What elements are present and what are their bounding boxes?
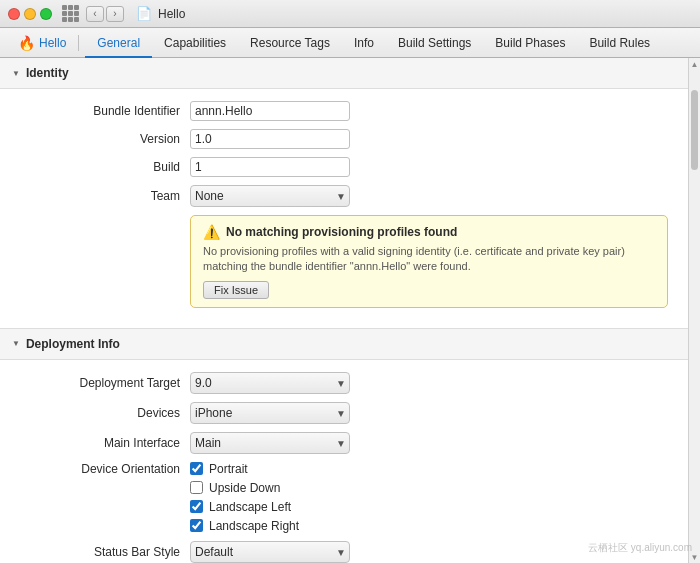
tab-build-rules[interactable]: Build Rules (577, 28, 662, 58)
landscape-right-label: Landscape Right (209, 519, 299, 533)
warning-title-text: No matching provisioning profiles found (226, 225, 457, 239)
version-input[interactable] (190, 129, 350, 149)
team-row: Team None ▼ (0, 185, 688, 207)
portrait-checkbox[interactable] (190, 462, 203, 475)
portrait-row[interactable]: Portrait (190, 462, 299, 476)
deployment-section-content: Deployment Target 9.0 ▼ Devices iPhone ▼ (0, 360, 688, 563)
status-bar-style-row: Status Bar Style Default ▼ (0, 541, 688, 563)
identity-collapse-icon[interactable]: ▼ (12, 69, 20, 78)
project-label: Hello (39, 36, 66, 50)
tab-divider (78, 35, 79, 51)
upside-down-row[interactable]: Upside Down (190, 481, 299, 495)
deployment-target-row: Deployment Target 9.0 ▼ (0, 372, 688, 394)
portrait-label: Portrait (209, 462, 248, 476)
deployment-collapse-icon[interactable]: ▼ (12, 339, 20, 348)
scroll-track (689, 70, 700, 551)
scrollbar[interactable]: ▲ ▼ (688, 58, 700, 563)
identity-section-content: Bundle Identifier Version Build Team Non… (0, 89, 688, 329)
devices-select-wrap: iPhone ▼ (190, 402, 350, 424)
status-bar-style-select[interactable]: Default (190, 541, 350, 563)
window-title: Hello (158, 7, 185, 21)
devices-row: Devices iPhone ▼ (0, 402, 688, 424)
tabs-container: General Capabilities Resource Tags Info … (85, 28, 662, 58)
upside-down-checkbox[interactable] (190, 481, 203, 494)
title-bar: ‹ › 📄 Hello (0, 0, 700, 28)
maximize-button[interactable] (40, 8, 52, 20)
team-label: Team (20, 189, 180, 203)
landscape-right-checkbox[interactable] (190, 519, 203, 532)
close-button[interactable] (8, 8, 20, 20)
deployment-target-label: Deployment Target (20, 376, 180, 390)
build-row: Build (0, 157, 688, 177)
window-controls (8, 8, 52, 20)
upside-down-label: Upside Down (209, 481, 280, 495)
device-orientation-label: Device Orientation (20, 462, 180, 476)
main-interface-select-wrap: Main ▼ (190, 432, 350, 454)
main-interface-label: Main Interface (20, 436, 180, 450)
bundle-identifier-row: Bundle Identifier (0, 101, 688, 121)
bundle-identifier-label: Bundle Identifier (20, 104, 180, 118)
scroll-thumb[interactable] (691, 90, 698, 170)
fix-issue-button[interactable]: Fix Issue (203, 281, 269, 299)
back-button[interactable]: ‹ (86, 6, 104, 22)
version-row: Version (0, 129, 688, 149)
warning-title: ⚠️ No matching provisioning profiles fou… (203, 224, 655, 240)
bundle-identifier-input[interactable] (190, 101, 350, 121)
main-interface-select[interactable]: Main (190, 432, 350, 454)
settings-content: ▼ Identity Bundle Identifier Version Bui… (0, 58, 688, 563)
landscape-left-checkbox[interactable] (190, 500, 203, 513)
landscape-left-row[interactable]: Landscape Left (190, 500, 299, 514)
deployment-section-header: ▼ Deployment Info (0, 329, 688, 360)
build-input[interactable] (190, 157, 350, 177)
team-select[interactable]: None (190, 185, 350, 207)
scroll-up-button[interactable]: ▲ (689, 58, 700, 70)
deployment-target-select[interactable]: 9.0 (190, 372, 350, 394)
tab-info[interactable]: Info (342, 28, 386, 58)
devices-label: Devices (20, 406, 180, 420)
minimize-button[interactable] (24, 8, 36, 20)
status-bar-style-select-wrap: Default ▼ (190, 541, 350, 563)
nav-buttons: ‹ › (62, 5, 124, 23)
build-label: Build (20, 160, 180, 174)
watermark: 云栖社区 yq.aliyun.com (588, 541, 692, 555)
tab-capabilities[interactable]: Capabilities (152, 28, 238, 58)
tab-resource-tags[interactable]: Resource Tags (238, 28, 342, 58)
tab-general[interactable]: General (85, 28, 152, 58)
main-interface-row: Main Interface Main ▼ (0, 432, 688, 454)
file-icon: 📄 (136, 6, 152, 21)
project-icon: 🔥 (18, 35, 35, 51)
project-tab[interactable]: 🔥 Hello (8, 28, 76, 57)
status-bar-style-label: Status Bar Style (20, 545, 180, 559)
identity-section-header: ▼ Identity (0, 58, 688, 89)
device-orientation-row: Device Orientation Portrait Upside Down … (0, 462, 688, 533)
deployment-target-select-wrap: 9.0 ▼ (190, 372, 350, 394)
devices-select[interactable]: iPhone (190, 402, 350, 424)
orientation-checkboxes: Portrait Upside Down Landscape Left Land… (190, 462, 299, 533)
grid-icon[interactable] (62, 5, 80, 23)
identity-section-label: Identity (26, 66, 69, 80)
team-select-wrap: None ▼ (190, 185, 350, 207)
warning-box: ⚠️ No matching provisioning profiles fou… (190, 215, 668, 308)
forward-button[interactable]: › (106, 6, 124, 22)
tab-build-phases[interactable]: Build Phases (483, 28, 577, 58)
deployment-section-label: Deployment Info (26, 337, 120, 351)
tab-build-settings[interactable]: Build Settings (386, 28, 483, 58)
tab-bar: 🔥 Hello General Capabilities Resource Ta… (0, 28, 700, 58)
warning-body-text: No provisioning profiles with a valid si… (203, 244, 655, 275)
version-label: Version (20, 132, 180, 146)
landscape-right-row[interactable]: Landscape Right (190, 519, 299, 533)
warning-icon: ⚠️ (203, 224, 220, 240)
main-content: ▼ Identity Bundle Identifier Version Bui… (0, 58, 700, 563)
landscape-left-label: Landscape Left (209, 500, 291, 514)
